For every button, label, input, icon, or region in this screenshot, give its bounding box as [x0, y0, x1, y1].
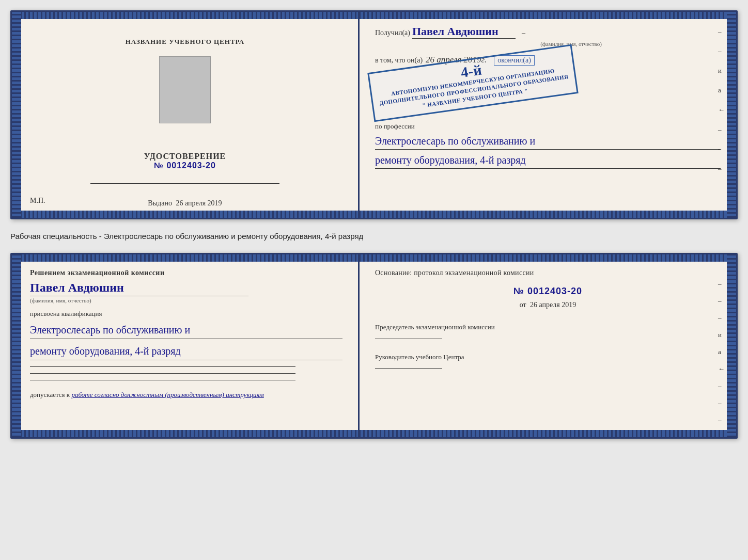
right-margin-marks: – – и а ← – – – [718, 27, 725, 173]
director-sig-line [375, 368, 442, 369]
sig-line-3 [30, 380, 295, 380]
protocol-number: № 0012403-20 [375, 286, 721, 297]
bottom-right-page: Основание: протокол экзаменационной коми… [360, 254, 736, 437]
signature-lines-group [30, 366, 342, 380]
sig-line-1 [30, 366, 295, 367]
protocol-date-line: от 26 апреля 2019 [375, 301, 721, 309]
assigned-label: присвоена квалификация [30, 310, 342, 318]
top-certificate-document: НАЗВАНИЕ УЧЕБНОГО ЦЕНТРА УДОСТОВЕРЕНИЕ №… [10, 10, 738, 219]
received-label: Получил(а) [375, 29, 410, 37]
chairman-label: Председатель экзаменационной комиссии [375, 322, 721, 332]
bottom-right-margin-marks: – – – и а ← – – – [718, 280, 725, 423]
bottom-right-spine [727, 254, 736, 437]
bottom-left-spine [12, 254, 21, 437]
recipient-name: Павел Авдюшин [412, 25, 498, 38]
top-left-page: НАЗВАНИЕ УЧЕБНОГО ЦЕНТРА УДОСТОВЕРЕНИЕ №… [12, 12, 360, 218]
left-spine [12, 12, 21, 218]
bottom-certificate-document: Решением экзаменационной комиссии Павел … [10, 253, 738, 439]
mp-label: М.П. [30, 197, 45, 205]
profession-label: по профессии [375, 122, 721, 131]
director-label: Руководитель учебного Центра [375, 352, 721, 362]
exam-commission-title: Решением экзаменационной комиссии [30, 267, 342, 278]
vtom-label: в том, что он(а) [375, 56, 423, 65]
protocol-date: 26 апреля 2019 [530, 301, 576, 309]
bottom-left-page: Решением экзаменационной комиссии Павел … [12, 254, 360, 437]
profession-text-line1: Электрослесарь по обслуживанию и [375, 133, 721, 150]
allowed-text: работе согласно должностным (производств… [71, 391, 263, 398]
fio-subtitle-bottom: (фамилия, имя, отчество) [30, 297, 342, 303]
separator-text: Рабочая специальность - Электрослесарь п… [10, 229, 738, 244]
allowed-label: допускается к [30, 391, 70, 398]
top-right-page: Получил(а) Павел Авдюшин – (фамилия, имя… [360, 12, 736, 218]
allowed-section: допускается к работе согласно должностны… [30, 391, 342, 399]
issued-date: 26 апреля 2019 [176, 199, 222, 207]
received-line: Получил(а) Павел Авдюшин – [375, 25, 721, 39]
page-wrapper: НАЗВАНИЕ УЧЕБНОГО ЦЕНТРА УДОСТОВЕРЕНИЕ №… [10, 10, 738, 439]
photo-placeholder [159, 56, 211, 123]
school-name-title: НАЗВАНИЕ УЧЕБНОГО ЦЕНТРА [126, 38, 245, 46]
chairman-sig-line [375, 339, 442, 339]
issued-line: Выдано 26 апреля 2019 [148, 199, 222, 207]
issued-label: Выдано [148, 199, 172, 207]
basis-label: Основание: протокол экзаменационной коми… [375, 267, 721, 278]
date-prefix: от [520, 301, 526, 309]
cert-number: № 0012403-20 [144, 161, 226, 170]
person-name-bottom: Павел Авдюшин [30, 281, 342, 295]
qualification-line1: Электрослесарь по обслуживанию и [30, 321, 342, 339]
qualification-line2: ремонту оборудования, 4-й разряд [30, 342, 342, 360]
cert-label: УДОСТОВЕРЕНИЕ [144, 152, 226, 161]
right-spine [727, 12, 736, 218]
recipient-name-field: Павел Авдюшин [412, 25, 516, 39]
profession-text-line2: ремонту оборудования, 4-й разряд [375, 152, 721, 169]
sig-line-2 [30, 373, 295, 374]
